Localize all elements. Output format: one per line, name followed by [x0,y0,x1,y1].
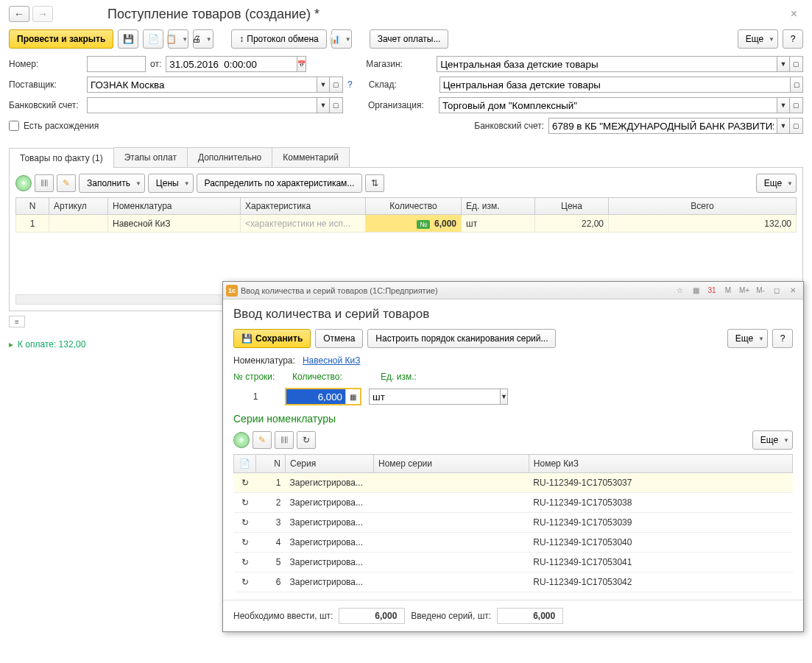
mem-m-icon[interactable]: M [721,284,735,297]
nav-forward-button[interactable]: → [32,6,53,22]
dialog-close-icon[interactable]: ✕ [785,284,800,297]
series-add-button[interactable]: + [233,432,250,448]
store-input[interactable] [437,56,777,72]
calendar-icon[interactable]: 📅 [297,56,306,72]
row-number-value: 1 [233,391,278,402]
series-dialog: 1c Ввод количества и серий товаров (1С:П… [222,281,804,632]
dialog-more-button[interactable]: Еще▼ [727,329,768,348]
dropdown-icon[interactable]: ▼ [777,56,790,72]
open-icon[interactable]: ▢ [790,97,803,113]
warehouse-input[interactable] [439,77,790,93]
calc-icon[interactable]: ▦ [688,284,703,297]
number-input[interactable] [87,56,146,72]
dropdown-icon[interactable]: ▼ [317,97,330,113]
series-row[interactable]: ↻ 3 Зарегистрирова... RU-112349-1C170530… [234,513,793,533]
discrepancy-checkbox[interactable]: Есть расхождения [9,121,99,131]
edit-icon[interactable]: ✎ [57,174,76,192]
open-icon[interactable]: ▢ [330,77,343,93]
dropdown-icon[interactable]: ▼ [777,118,790,134]
row-status-icon: ↻ [234,572,256,592]
row-status-icon: ↻ [234,533,256,553]
dialog-save-button[interactable]: 💾 Сохранить [233,329,311,348]
more-button[interactable]: Еще▼ [738,29,778,49]
series-row[interactable]: ↻ 2 Зарегистрирова... RU-112349-1C170530… [234,493,793,513]
series-section-header: Серии номенклатуры [233,413,793,425]
post-and-close-button[interactable]: Провести и закрыть [9,29,113,49]
open-icon[interactable]: ▢ [330,97,343,113]
nomenclature-link[interactable]: Навесной КиЗ [303,355,361,366]
tab-comment[interactable]: Комментарий [272,147,350,167]
table-row[interactable]: 1 Навесной КиЗ <характеристики не исп...… [16,215,797,233]
dropdown-icon[interactable]: ▼ [777,97,790,113]
open-icon[interactable]: ▢ [790,77,803,93]
close-icon[interactable]: × [785,7,803,21]
row-status-icon: ↻ [234,473,256,493]
distribute-button[interactable]: Распределить по характеристикам... [197,174,363,193]
prices-button[interactable]: Цены▼ [148,174,194,193]
dialog-help-icon[interactable]: ? [772,329,793,348]
add-row-button[interactable]: + [15,175,32,191]
quantity-input-group[interactable]: ▦ [285,388,361,405]
series-edit-icon[interactable]: ✎ [253,431,272,449]
exchange-protocol-button[interactable]: ↕ Протокол обмена [231,29,326,49]
tab-extra[interactable]: Дополнительно [187,147,272,167]
series-barcode-icon[interactable]: ⦀⦀ [275,431,294,449]
series-row[interactable]: ↻ 1 Зарегистрирова... RU-112349-1C170530… [234,473,793,493]
series-table: 📄 N Серия Номер серии Номер КиЗ ↻ 1 Заре… [233,454,793,592]
supplier-input[interactable] [87,77,317,93]
save-icon[interactable]: 💾 [118,29,138,49]
barcode-icon[interactable]: ⦀⦀ [35,174,54,192]
entered-label: Введено серий, шт: [411,611,491,621]
series-more-button[interactable]: Еще▼ [752,430,793,450]
open-icon[interactable]: ▢ [790,118,803,134]
tab-goods[interactable]: Товары по факту (1) [9,148,114,168]
goods-more-button[interactable]: Еще▼ [756,174,797,193]
series-row[interactable]: ↻ 4 Зарегистрирова... RU-112349-1C170530… [234,533,793,553]
dropdown-icon[interactable]: ▼ [317,77,330,93]
quantity-input[interactable] [286,389,345,404]
need-value: 6,000 [339,608,405,624]
help-icon[interactable]: ? [783,29,803,49]
configure-scan-button[interactable]: Настроить порядок сканирования серий... [367,329,556,348]
dialog-titlebar: Ввод количества и серий товаров (1С:Пред… [241,286,438,295]
maximize-icon[interactable]: ◻ [769,284,784,297]
store-label: Магазин: [366,59,432,69]
nav-back-button[interactable]: ← [9,6,29,22]
tab-stages[interactable]: Этапы оплат [113,147,188,167]
series-row[interactable]: ↻ 6 Зарегистрирова... RU-112349-1C170530… [234,572,793,592]
unit-input[interactable] [369,389,500,405]
print-icon[interactable]: 🖨▼ [193,29,213,49]
supplier-help-icon[interactable]: ? [347,79,353,90]
create-based-icon[interactable]: 📋▼ [168,29,188,49]
bank2-input[interactable] [548,118,777,134]
org-input[interactable] [439,97,777,113]
row-status-icon: ↻ [234,513,256,533]
collapse-icon[interactable]: ≡ [9,316,25,327]
to-pay-link[interactable]: К оплате: 132,00 [18,339,85,350]
report-icon[interactable]: 📊▼ [331,29,352,49]
favorite-icon[interactable]: ☆ [672,284,687,297]
expand-icon[interactable]: ▸ [9,339,13,350]
page-title: Поступление товаров (создание) * [107,7,319,22]
status-col-icon[interactable]: 📄 [234,455,256,473]
dialog-cancel-button[interactable]: Отмена [315,329,363,348]
series-row[interactable]: ↻ 5 Зарегистрирова... RU-112349-1C170530… [234,553,793,572]
dialog-title: Ввод количества и серий товаров [233,307,793,322]
open-icon[interactable]: ▢ [790,56,803,72]
date-input[interactable] [166,56,297,72]
series-refresh-icon[interactable]: ↻ [297,431,316,449]
nomenclature-label: Номенклатура: [233,355,295,366]
calendar-icon[interactable]: 31 [705,284,719,297]
calculator-icon[interactable]: ▦ [345,389,360,404]
need-label: Необходимо ввести, шт: [233,611,333,621]
mem-mplus-icon[interactable]: M+ [737,284,752,297]
warehouse-label: Склад: [369,79,435,90]
sort-icon[interactable]: ⇅ [365,174,384,192]
mem-mminus-icon[interactable]: M- [753,284,768,297]
dropdown-icon[interactable]: ▼ [500,389,508,405]
bank-input[interactable] [87,97,317,113]
payment-offset-button[interactable]: Зачет оплаты... [370,29,449,49]
post-icon[interactable]: 📄 [143,29,163,49]
fill-button[interactable]: Заполнить▼ [79,174,145,193]
row-status-icon: ↻ [234,553,256,572]
